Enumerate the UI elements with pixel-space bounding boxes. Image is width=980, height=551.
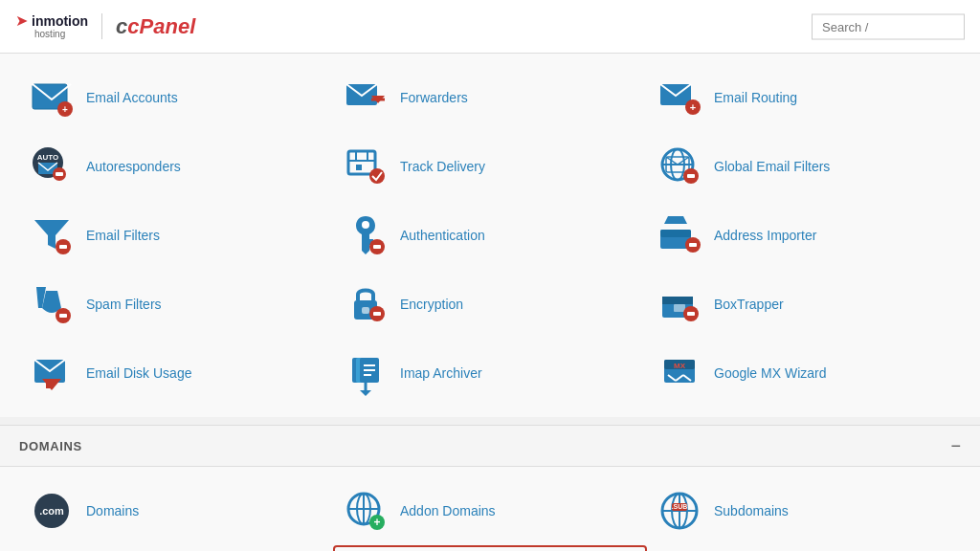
list-item[interactable]: Email Filters (19, 201, 333, 270)
domains-icon: .com (29, 488, 75, 534)
svg-text:+: + (62, 104, 68, 115)
header: ➤ inmotion hosting ccPanel (0, 0, 980, 54)
global-email-filters-icon (657, 143, 702, 189)
svg-rect-18 (356, 165, 362, 170)
svg-rect-44 (662, 297, 693, 304)
svg-text:+: + (373, 516, 380, 529)
addon-domains-label: Addon Domains (400, 503, 496, 518)
domains-section-title: DOMAINS (19, 439, 82, 453)
inmotion-arrow-icon: ➤ (15, 13, 28, 29)
list-item[interactable]: Email Disk Usage (19, 339, 333, 408)
spam-filters-label: Spam Filters (86, 297, 162, 312)
list-item[interactable]: Spam Filters (19, 270, 333, 339)
svg-marker-50 (42, 379, 61, 390)
domains-items-grid: .com Domains + Addon Domains (0, 467, 980, 551)
track-delivery-icon (343, 143, 389, 189)
svg-text:AUTO: AUTO (37, 153, 59, 162)
svg-point-29 (362, 221, 369, 229)
autoresponders-label: Autoresponders (86, 159, 181, 174)
boxtrapper-label: BoxTrapper (714, 297, 784, 312)
email-disk-usage-label: Email Disk Usage (86, 365, 191, 381)
svg-rect-28 (59, 245, 67, 249)
svg-rect-38 (59, 314, 67, 318)
svg-rect-31 (373, 245, 381, 249)
encryption-label: Encryption (400, 297, 463, 312)
track-delivery-label: Track Delivery (400, 159, 485, 174)
svg-rect-40 (362, 307, 369, 314)
email-items-grid: + Email Accounts Forwarders (0, 54, 980, 417)
authentication-label: Authentication (400, 228, 485, 243)
encryption-icon (343, 281, 389, 327)
imap-archiver-label: Imap Archiver (400, 365, 482, 381)
svg-rect-36 (689, 243, 697, 247)
list-item[interactable]: Track Delivery (333, 132, 647, 201)
list-item[interactable]: Forwarders (333, 63, 647, 132)
domains-collapse-button[interactable]: − (950, 437, 961, 454)
list-item[interactable]: Global Email Filters (647, 132, 961, 201)
address-importer-label: Address Importer (714, 228, 816, 243)
svg-rect-14 (348, 151, 375, 174)
list-item[interactable]: Address Importer (647, 201, 961, 270)
svg-rect-13 (56, 172, 63, 176)
authentication-icon (343, 212, 389, 258)
forwarders-icon (343, 75, 389, 121)
list-item[interactable]: Imap Archiver (333, 339, 647, 408)
svg-text:+: + (690, 101, 696, 113)
email-routing-label: Email Routing (714, 90, 797, 105)
list-item[interactable]: Authentication (333, 201, 647, 270)
svg-marker-34 (664, 216, 687, 224)
list-item[interactable]: + Zone Editor (647, 545, 961, 551)
email-filters-icon (29, 212, 75, 258)
addon-domains-icon: + (343, 488, 389, 534)
email-accounts-icon: + (29, 75, 75, 121)
domains-label: Domains (86, 503, 139, 518)
svg-rect-33 (660, 230, 691, 237)
list-item[interactable]: AUTO Autoresponders (19, 132, 333, 201)
list-item[interactable]: + Addon Domains (333, 476, 647, 545)
domains-section: DOMAINS − .com Domains (0, 425, 980, 551)
subdomains-icon: .SUB (657, 488, 702, 534)
svg-text:.com: .com (39, 505, 64, 517)
boxtrapper-icon (657, 281, 702, 327)
imap-archiver-icon (343, 350, 389, 396)
header-search[interactable] (812, 13, 965, 39)
address-importer-icon (657, 212, 702, 258)
domains-section-header: DOMAINS − (0, 425, 980, 467)
list-item[interactable]: + Email Accounts (19, 63, 333, 132)
hosting-text: hosting (15, 30, 88, 39)
spam-filters-icon (29, 281, 75, 327)
list-item[interactable]: MX Google MX Wizard (647, 339, 961, 408)
email-disk-usage-icon (29, 350, 75, 396)
forwarders-label: Forwarders (400, 90, 468, 105)
svg-rect-42 (373, 312, 381, 316)
list-item[interactable]: BoxTrapper (647, 270, 961, 339)
global-email-filters-label: Global Email Filters (714, 159, 830, 174)
search-input[interactable] (812, 13, 965, 39)
email-routing-icon: + (657, 75, 702, 121)
svg-rect-45 (674, 304, 685, 312)
list-item[interactable]: + Email Routing (647, 63, 961, 132)
list-item[interactable]: .SUB Subdomains (647, 476, 961, 545)
svg-rect-25 (687, 174, 695, 178)
email-accounts-label: Email Accounts (86, 90, 178, 105)
email-filters-label: Email Filters (86, 228, 160, 243)
svg-point-19 (369, 168, 385, 184)
list-item[interactable]: .com Domains (19, 476, 333, 545)
inmotion-logo: ➤ inmotion hosting (15, 13, 102, 39)
svg-rect-47 (687, 312, 695, 316)
cpanel-logo: ccPanel (116, 14, 195, 39)
autoresponders-icon: AUTO (29, 143, 75, 189)
logo-area: ➤ inmotion hosting ccPanel (15, 13, 195, 39)
list-item[interactable]: Redirects (333, 545, 647, 551)
list-item[interactable]: Aliases (19, 545, 333, 551)
email-section: + Email Accounts Forwarders (0, 54, 980, 417)
subdomains-label: Subdomains (714, 503, 789, 518)
svg-text:MX: MX (674, 362, 686, 370)
google-mx-wizard-icon: MX (657, 350, 702, 396)
svg-marker-58 (360, 390, 371, 396)
google-mx-wizard-label: Google MX Wizard (714, 365, 826, 381)
brand-name: inmotion (32, 14, 88, 28)
svg-text:.SUB: .SUB (672, 503, 688, 510)
list-item[interactable]: Encryption (333, 270, 647, 339)
